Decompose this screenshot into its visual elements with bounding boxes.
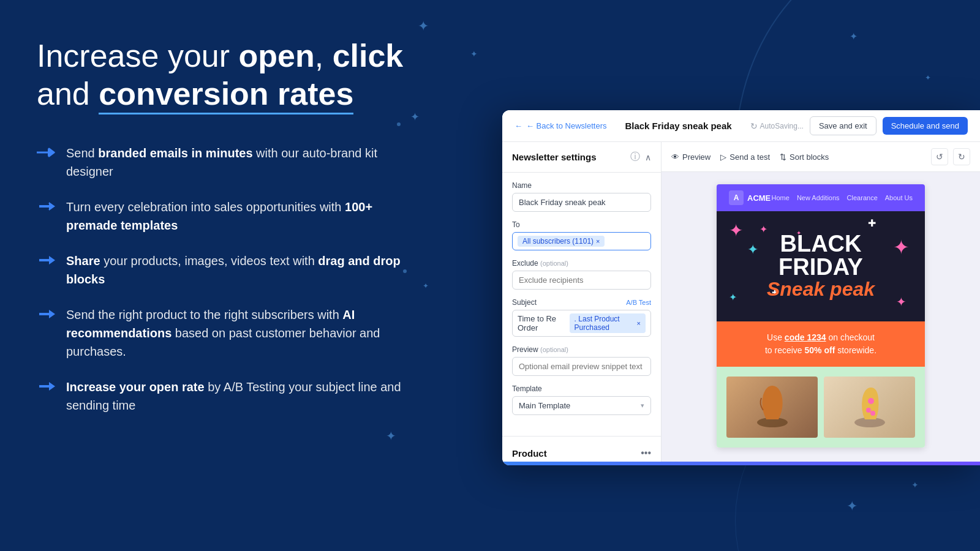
ui-actions: ↻ AutoSaving... Save and exit Schedule a… xyxy=(750,116,968,135)
name-form-group: Name xyxy=(512,181,651,212)
preview-button[interactable]: 👁 Preview xyxy=(671,152,710,162)
feature-text-4: Send the right product to the right subs… xyxy=(66,305,417,361)
back-link-label: ← Back to Newsletters xyxy=(526,121,607,130)
subject-row: Subject A/B Test xyxy=(512,298,651,307)
star-decoration: ✦ xyxy=(423,282,429,290)
arrow-icon-3 xyxy=(37,254,56,266)
main-title: Increase your open, click and conversion… xyxy=(37,37,417,113)
preview-topbar: 👁 Preview ▷ Send a test ⇅ Sort blocks ↺ … xyxy=(662,142,980,172)
subject-form-group: Subject A/B Test Time to Re Order . Last… xyxy=(512,298,651,337)
hero-line2: Friday xyxy=(767,255,875,279)
arrow-icon-5 xyxy=(37,380,56,392)
promo-text: Use code 1234 on checkout to receive 50%… xyxy=(729,331,913,357)
info-icon[interactable]: ⓘ xyxy=(630,151,640,163)
preview-actions: 👁 Preview ▷ Send a test ⇅ Sort blocks xyxy=(671,152,829,162)
logo-box: A xyxy=(729,190,744,205)
send-test-button[interactable]: ▷ Send a test xyxy=(720,152,770,162)
svg-marker-6 xyxy=(39,313,50,315)
product-img-visual-1 xyxy=(726,377,818,438)
send-icon: ▷ xyxy=(720,152,726,162)
cross-star-1: ✚ xyxy=(868,217,876,229)
to-form-group: To All subscribers (1101) × xyxy=(512,220,651,250)
svg-point-14 xyxy=(870,411,875,416)
hero-star-4: ✦ xyxy=(896,294,907,309)
product-shoe-svg-2 xyxy=(851,383,888,432)
svg-marker-3 xyxy=(49,202,55,211)
arrow-icon-1 xyxy=(37,146,56,159)
product-section-title: Product xyxy=(512,448,547,459)
star-decoration: ✦ xyxy=(418,18,429,34)
title-bold-click: click xyxy=(333,38,404,73)
svg-point-12 xyxy=(868,398,874,404)
title-sep1: , xyxy=(315,38,333,73)
tag-label: All subscribers (1101) xyxy=(522,237,594,246)
svg-marker-2 xyxy=(39,205,50,208)
hero-star-blue-1: ✦ xyxy=(747,242,758,258)
collapse-icon[interactable]: ∧ xyxy=(645,152,651,162)
preview-form-group: Preview (optional) xyxy=(512,345,651,376)
undo-redo-controls: ↺ ↻ xyxy=(931,148,970,165)
subject-label: Subject xyxy=(512,298,537,307)
feature-item-3: Share your products, images, videos text… xyxy=(37,252,417,288)
subscriber-tag: All subscribers (1101) × xyxy=(518,236,605,247)
arrow-icon-2 xyxy=(37,200,56,212)
ab-test-badge[interactable]: A/B Test xyxy=(626,299,651,306)
settings-header: Newsletter settings ⓘ ∧ xyxy=(502,142,661,173)
product-img-visual-2 xyxy=(824,377,915,438)
feature-item-4: Send the right product to the right subs… xyxy=(37,305,417,361)
remove-subject-tag[interactable]: × xyxy=(637,320,641,327)
template-label: Template xyxy=(512,384,651,393)
product-image-1 xyxy=(726,377,818,438)
exclude-label: Exclude (optional) xyxy=(512,259,651,268)
hero-star-blue-2: ✦ xyxy=(729,291,737,303)
product-shoe-svg-1 xyxy=(754,383,791,432)
feature-list: Send branded emails in minutes with our … xyxy=(37,144,417,414)
to-input[interactable]: All subscribers (1101) × xyxy=(512,232,651,250)
nav-about-us: About Us xyxy=(885,194,913,201)
back-arrow-icon: ← xyxy=(514,121,522,130)
star-decoration: ✦ xyxy=(470,49,478,59)
settings-title: Newsletter settings xyxy=(512,152,597,162)
promo-code: code 1234 xyxy=(785,332,826,342)
template-form-group: Template Main Template ▾ xyxy=(512,384,651,415)
email-preview-card: A ACME Home New Additions Clearance Abou… xyxy=(717,184,925,448)
svg-marker-5 xyxy=(49,256,55,264)
template-select[interactable]: Main Template ▾ xyxy=(512,396,651,415)
product-image-2 xyxy=(824,377,915,438)
title-sep2: and xyxy=(37,76,99,111)
redo-button[interactable]: ↻ xyxy=(953,148,970,165)
name-input[interactable] xyxy=(512,193,651,212)
svg-point-13 xyxy=(866,408,871,413)
hero-star-3: ✦ xyxy=(893,236,910,259)
hero-black-text: Black Friday xyxy=(767,232,875,279)
product-menu-icon[interactable]: ••• xyxy=(641,448,651,459)
schedule-send-button[interactable]: Schedule and send xyxy=(883,117,968,135)
sort-blocks-label: Sort blocks xyxy=(790,152,829,162)
feature-text-1: Send branded emails in minutes with our … xyxy=(66,144,417,181)
autosave-icon: ↻ xyxy=(750,121,758,131)
preview-label: Preview xyxy=(682,152,710,162)
email-preview-panel: 👁 Preview ▷ Send a test ⇅ Sort blocks ↺ … xyxy=(662,142,980,462)
email-header-nav: A ACME Home New Additions Clearance Abou… xyxy=(717,184,925,211)
email-hero-section: ✦ ✦ ✦ ✦ ✦ ✦ ✚ ✚ ✦ xyxy=(717,211,925,321)
exclude-input[interactable] xyxy=(512,271,651,290)
subject-tag-label: . Last Product Purchased xyxy=(575,315,635,332)
sort-icon: ⇅ xyxy=(780,152,786,162)
preview-input[interactable] xyxy=(512,357,651,376)
star-decoration: ✦ xyxy=(850,31,858,42)
back-to-newsletters-link[interactable]: ← ← Back to Newsletters xyxy=(514,121,607,130)
svg-marker-7 xyxy=(49,310,55,318)
star-decoration: ✦ xyxy=(386,429,396,443)
undo-button[interactable]: ↺ xyxy=(931,148,948,165)
svg-marker-9 xyxy=(49,382,55,391)
subject-input-wrapper[interactable]: Time to Re Order . Last Product Purchase… xyxy=(512,310,651,337)
email-logo: A ACME xyxy=(729,190,771,205)
sort-blocks-button[interactable]: ⇅ Sort blocks xyxy=(780,152,829,162)
newsletter-title: Black Friday sneak peak xyxy=(625,121,731,131)
remove-tag-button[interactable]: × xyxy=(596,238,600,245)
exclude-form-group: Exclude (optional) xyxy=(512,259,651,290)
email-promo-section: Use code 1234 on checkout to receive 50%… xyxy=(717,321,925,367)
ui-bottom-bar xyxy=(502,462,980,465)
autosave-indicator: ↻ AutoSaving... xyxy=(750,121,804,131)
save-exit-button[interactable]: Save and exit xyxy=(810,116,876,135)
